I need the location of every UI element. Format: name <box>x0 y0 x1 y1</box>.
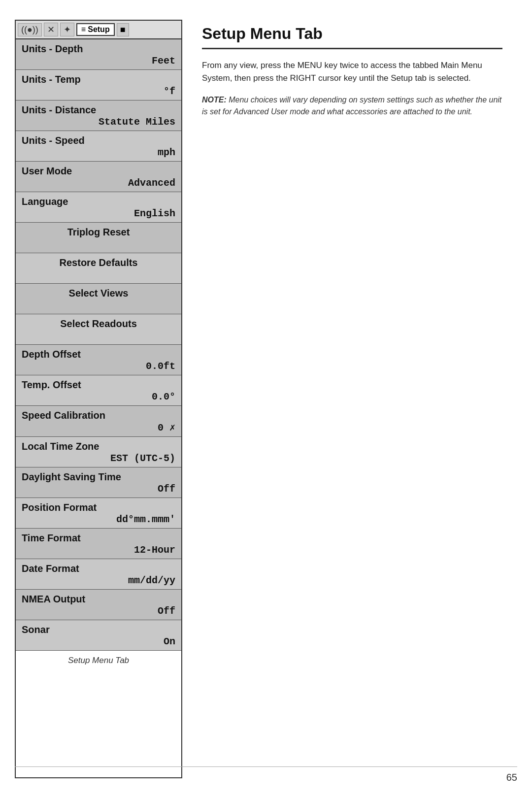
note-label: NOTE: <box>202 96 227 104</box>
menu-item-triplog-reset[interactable]: Triplog Reset <box>16 223 181 253</box>
menu-item-restore-defaults[interactable]: Restore Defaults <box>16 253 181 284</box>
menu-item-select-readouts[interactable]: Select Readouts <box>16 314 181 345</box>
page-title: Setup Menu Tab <box>202 25 502 49</box>
menu-item-units-temp[interactable]: Units - Temp °f <box>16 70 181 100</box>
menu-item-depth-offset[interactable]: Depth Offset 0.0ft <box>16 345 181 375</box>
menu-item-temp-offset[interactable]: Temp. Offset 0.0° <box>16 375 181 406</box>
tab-camera[interactable]: ■ <box>117 23 129 36</box>
description-text: From any view, press the MENU key twice … <box>202 59 502 84</box>
tab-fish[interactable]: ((●)) <box>18 23 42 36</box>
tab-nav[interactable]: ✕ <box>44 23 58 36</box>
menu-item-time-format[interactable]: Time Format 12-Hour <box>16 529 181 559</box>
tab-setup[interactable]: ≡ Setup <box>76 23 115 36</box>
menu-item-user-mode[interactable]: User Mode Advanced <box>16 162 181 192</box>
menu-item-units-speed[interactable]: Units - Speed mph <box>16 131 181 162</box>
tab-bar: ((●)) ✕ ✦ ≡ Setup ■ <box>16 21 181 39</box>
menu-item-date-format[interactable]: Date Format mm/dd/yy <box>16 559 181 590</box>
bottom-bar: 65 <box>15 766 517 783</box>
menu-item-units-distance[interactable]: Units - Distance Statute Miles <box>16 100 181 131</box>
page-number: 65 <box>506 772 517 783</box>
menu-item-select-views[interactable]: Select Views <box>16 284 181 314</box>
menu-caption: Setup Menu Tab <box>16 651 181 667</box>
setup-icon: ≡ <box>81 25 86 34</box>
menu-item-nmea-output[interactable]: NMEA Output Off <box>16 590 181 620</box>
setup-label: Setup <box>88 25 109 34</box>
menu-item-sonar[interactable]: Sonar On <box>16 620 181 651</box>
menu-panel: ((●)) ✕ ✦ ≡ Setup ■ Units - Depth Feet U… <box>15 20 182 778</box>
menu-item-language[interactable]: Language English <box>16 192 181 223</box>
menu-item-daylight-saving[interactable]: Daylight Saving Time Off <box>16 467 181 498</box>
menu-item-units-depth[interactable]: Units - Depth Feet <box>16 39 181 70</box>
content-panel: Setup Menu Tab From any view, press the … <box>182 20 517 778</box>
menu-item-local-time-zone[interactable]: Local Time Zone EST (UTC-5) <box>16 437 181 467</box>
tab-settings[interactable]: ✦ <box>60 23 74 36</box>
note-text: Menu choices will vary depending on syst… <box>202 96 501 116</box>
menu-item-position-format[interactable]: Position Format dd°mm.mmm' <box>16 498 181 529</box>
menu-item-speed-calibration[interactable]: Speed Calibration 0 ✗ <box>16 406 181 437</box>
note-block: NOTE: Menu choices will vary depending o… <box>202 94 502 118</box>
